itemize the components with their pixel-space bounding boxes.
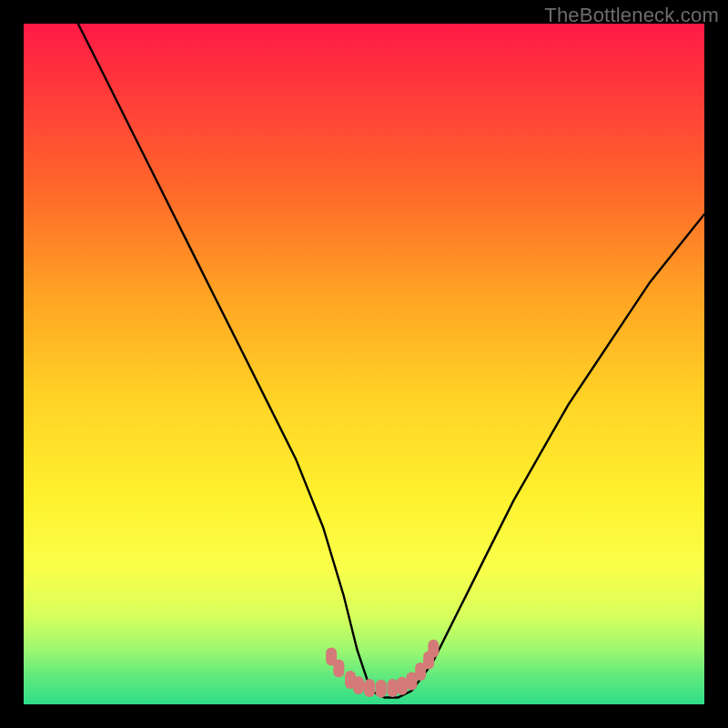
curve-marker: [397, 677, 408, 695]
curve-marker: [364, 679, 375, 697]
curve-marker: [345, 671, 356, 689]
curve-marker: [333, 659, 344, 677]
watermark-text: TheBottleneck.com: [544, 4, 719, 27]
chart-plot-area: [24, 24, 704, 704]
curve-marker: [415, 662, 426, 681]
curve-marker: [326, 648, 337, 666]
curve-marker: [376, 680, 387, 698]
curve-marker: [353, 676, 364, 694]
chart-frame: TheBottleneck.com: [0, 0, 728, 728]
curve-marker: [423, 651, 434, 669]
curve-marker: [428, 640, 439, 658]
curve-marker: [406, 672, 417, 691]
curve-marker: [387, 679, 398, 697]
bottleneck-curve: [78, 24, 704, 698]
marker-group: [326, 640, 439, 698]
chart-svg: [24, 24, 704, 704]
